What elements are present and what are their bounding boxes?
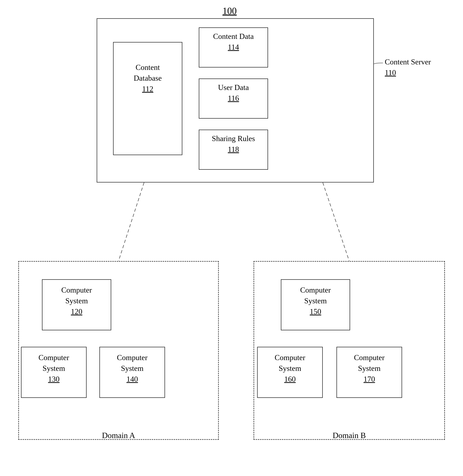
top-label: 100 [223,5,237,16]
content-database-box [113,42,182,155]
cs-150-label: Computer System 150 [281,285,350,317]
domain-a-label: Domain A [18,431,219,440]
cs-130-label: Computer System 130 [21,352,87,384]
content-data-label: Content Data 114 [200,31,267,53]
user-data-label: User Data 116 [200,82,267,104]
content-server-label: Content Server 110 [385,56,431,78]
cs-120-label: Computer System 120 [42,285,111,317]
diagram: 100 Content Server 110 Content Database … [0,0,463,476]
sharing-rules-label: Sharing Rules 118 [200,133,267,155]
content-database-label: Content Database 112 [117,62,179,94]
cs-170-label: Computer System 170 [337,352,402,384]
svg-line-1 [323,183,349,261]
svg-line-0 [118,183,144,261]
cs-140-label: Computer System 140 [99,352,165,384]
domain-b-label: Domain B [253,431,445,440]
cs-160-label: Computer System 160 [257,352,323,384]
